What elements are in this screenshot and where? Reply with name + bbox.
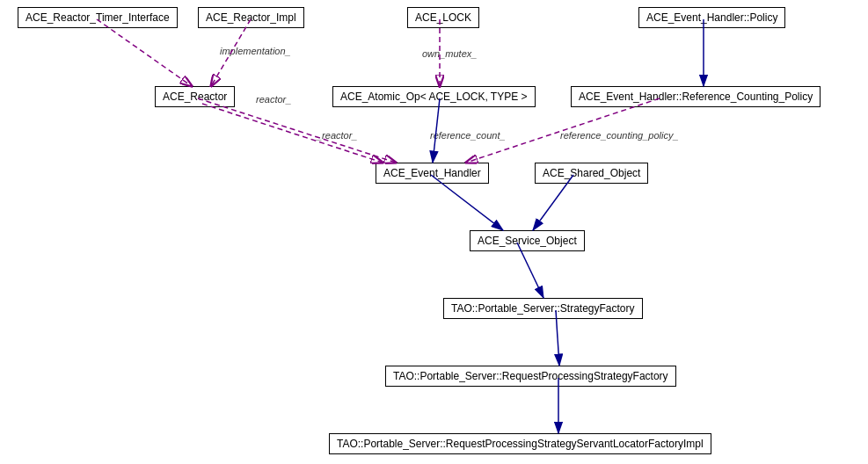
node-ace-event-handler-policy: ACE_Event_Handler::Policy — [638, 7, 785, 28]
label-reference-counting-policy: reference_counting_policy_ — [560, 130, 679, 141]
node-ace-reactor-impl: ACE_Reactor_Impl — [198, 7, 304, 28]
label-reactor-2: _reactor_ — [317, 130, 357, 141]
node-ace-atomic-op: ACE_Atomic_Op< ACE_LOCK, TYPE > — [332, 86, 536, 107]
node-ace-event-handler: ACE_Event_Handler — [376, 163, 489, 184]
node-ace-reactor: ACE_Reactor — [155, 86, 235, 107]
label-reference-count: reference_count_ — [430, 130, 506, 141]
label-own-mutex: own_mutex_ — [422, 48, 477, 59]
svg-line-3 — [97, 19, 192, 86]
node-ace-service-object: ACE_Service_Object — [470, 230, 585, 251]
node-ace-ref-counting-policy: ACE_Event_Handler::Reference_Counting_Po… — [571, 86, 821, 107]
svg-line-7 — [198, 98, 396, 163]
node-tao-strategy-factory: TAO::Portable_Server::StrategyFactory — [443, 298, 643, 319]
node-tao-servant-locator-factory-impl: TAO::Portable_Server::RequestProcessingS… — [329, 433, 711, 454]
label-reactor-1: reactor_ — [256, 94, 291, 105]
node-ace-lock: ACE_LOCK — [407, 7, 479, 28]
class-diagram: ACE_Reactor_Timer_Interface ACE_Reactor_… — [0, 0, 868, 464]
node-ace-shared-object: ACE_Shared_Object — [535, 163, 648, 184]
label-implementation: implementation_ — [220, 46, 291, 56]
diagram-arrows — [0, 0, 868, 464]
node-ace-reactor-timer-interface: ACE_Reactor_Timer_Interface — [18, 7, 178, 28]
node-tao-request-processing-strategy-factory: TAO::Portable_Server::RequestProcessingS… — [385, 366, 676, 387]
